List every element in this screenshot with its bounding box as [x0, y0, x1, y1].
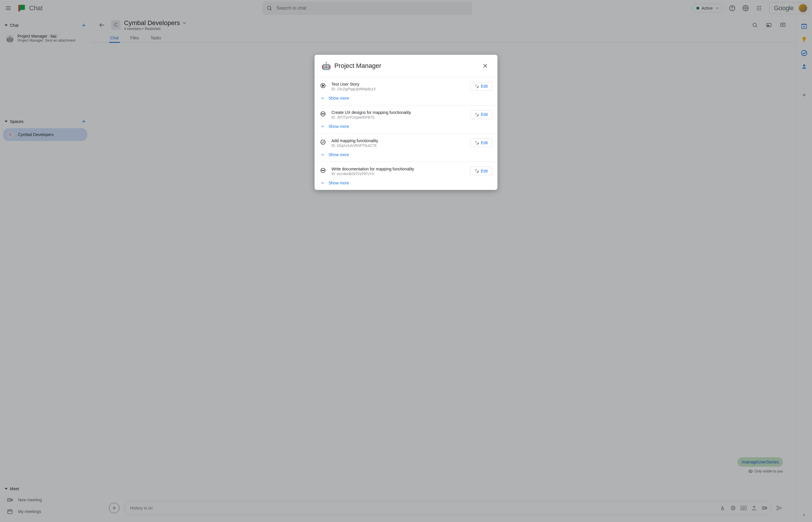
- story-status-icon: [320, 82, 326, 89]
- edit-story-button[interactable]: Edit: [470, 110, 492, 119]
- show-more-button[interactable]: Show more: [320, 152, 492, 157]
- close-icon: [482, 63, 488, 69]
- edit-story-button[interactable]: Edit: [470, 167, 492, 175]
- dialog-header: 🤖 Project Manager: [314, 55, 498, 77]
- show-more-button[interactable]: Show more: [320, 181, 492, 185]
- svg-point-76: [324, 170, 324, 171]
- story-title: Test User Story: [331, 82, 465, 86]
- story-title: Write documentation for mapping function…: [331, 167, 465, 171]
- user-story-row: Write documentation for mapping function…: [314, 162, 498, 190]
- show-more-button[interactable]: Show more: [320, 96, 492, 100]
- user-story-row: Test User StoryID: 1XcZgrPqqUjnlW6pBczXE…: [314, 77, 498, 105]
- dialog-close-button[interactable]: [480, 61, 490, 71]
- story-id: ID: ezU4exBiI3i7VzP97cYU: [331, 172, 465, 176]
- edit-icon: [474, 112, 479, 117]
- edit-story-button[interactable]: Edit: [470, 138, 492, 147]
- chevron-down-icon: [320, 181, 325, 185]
- story-status-icon: [320, 167, 326, 174]
- svg-point-75: [323, 170, 323, 171]
- dialog-title: Project Manager: [334, 62, 476, 69]
- story-id: ID: J5TI7jsnF2rppw0hFB7S: [331, 115, 465, 119]
- show-more-button[interactable]: Show more: [320, 124, 492, 129]
- story-id: ID: bSq2vi1dvVEhPT0LbC7E: [331, 144, 465, 148]
- edit-icon: [474, 140, 479, 145]
- story-status-icon: [320, 111, 326, 117]
- chevron-down-icon: [320, 152, 325, 157]
- chevron-down-icon: [320, 96, 325, 100]
- story-title: Add mapping functionality: [331, 138, 465, 143]
- user-story-row: Create UX designs for mapping functional…: [314, 105, 498, 134]
- svg-point-70: [321, 140, 325, 144]
- robot-icon: 🤖: [322, 61, 331, 71]
- story-status-icon: [320, 139, 326, 145]
- edit-icon: [474, 169, 479, 173]
- svg-marker-61: [322, 85, 324, 87]
- svg-point-67: [324, 114, 324, 114]
- story-id: ID: 1XcZgrPqqUjnlW6pBczX: [331, 87, 465, 91]
- chevron-down-icon: [320, 124, 325, 129]
- svg-point-74: [322, 170, 322, 171]
- edit-story-button[interactable]: Edit: [470, 82, 492, 91]
- project-manager-dialog: 🤖 Project Manager Test User StoryID: 1Xc…: [314, 55, 498, 190]
- svg-point-65: [322, 114, 322, 114]
- edit-icon: [474, 84, 479, 88]
- story-title: Create UX designs for mapping functional…: [331, 110, 465, 115]
- user-story-row: Add mapping functionalityID: bSq2vi1dvVE…: [314, 134, 498, 162]
- svg-point-66: [323, 114, 323, 114]
- modal-overlay[interactable]: 🤖 Project Manager Test User StoryID: 1Xc…: [0, 0, 812, 522]
